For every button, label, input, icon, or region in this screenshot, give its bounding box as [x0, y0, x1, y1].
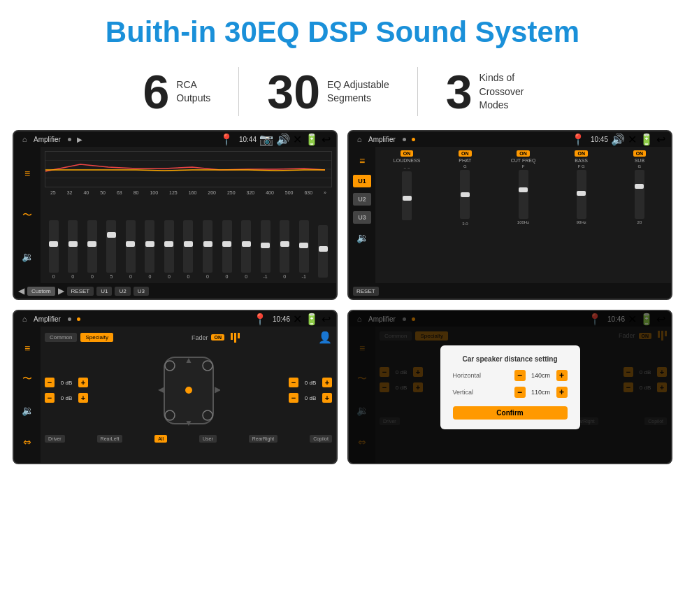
rl-minus[interactable]: − [45, 393, 55, 403]
slider-50[interactable]: 5 [103, 220, 121, 279]
next-preset-button[interactable]: ▶ [58, 286, 64, 296]
fr-minus[interactable]: − [289, 378, 298, 387]
slider-630[interactable] [314, 225, 332, 279]
slider-80[interactable]: 0 [141, 220, 159, 279]
u1-btn[interactable]: U1 [353, 175, 371, 187]
rl-db-value: 0 dB [57, 395, 76, 401]
eq-icon[interactable]: ≡ [19, 165, 36, 182]
custom-preset-button[interactable]: Custom [27, 287, 55, 296]
u3-btn[interactable]: U3 [353, 211, 371, 224]
stat-label-crossover: Kinds ofCrossover Modes [480, 71, 542, 113]
fr-plus[interactable]: + [322, 378, 332, 387]
home-icon-2[interactable]: ⌂ [354, 134, 364, 144]
svg-text:▲: ▲ [185, 355, 193, 365]
horizontal-minus-btn[interactable]: − [514, 370, 526, 381]
speaker-icon-3[interactable]: 🔉 [19, 402, 36, 419]
horizontal-plus-btn[interactable]: + [556, 370, 568, 381]
crossover-sidebar: ≡ U1 U2 U3 🔉 [349, 147, 375, 283]
slider-40[interactable]: 0 [83, 220, 101, 279]
fader-sidebar: ≡ 〜 🔉 ⇔ [14, 327, 41, 463]
home-icon[interactable]: ⌂ [20, 134, 29, 144]
status-dot-2 [403, 138, 406, 141]
crossover-time: 10:45 [591, 136, 608, 143]
freq-320: 320 [247, 190, 255, 195]
rl-plus[interactable]: + [78, 393, 88, 403]
slider-25[interactable]: 0 [45, 220, 63, 279]
x-icon-2: ✕ [628, 133, 637, 146]
slider-63[interactable]: 0 [122, 220, 140, 279]
cutfreq-on[interactable]: ON [517, 150, 530, 157]
camera-icon: 📷 [259, 133, 273, 146]
driver-btn[interactable]: Driver [45, 435, 65, 443]
u2-btn[interactable]: U2 [353, 193, 371, 206]
arrows-icon-3[interactable]: ⇔ [19, 434, 36, 450]
slider-160[interactable]: 0 [199, 220, 217, 279]
specialty-tab[interactable]: Specialty [80, 333, 113, 342]
freq-63: 63 [117, 190, 122, 195]
rearright-btn[interactable]: RearRight [249, 435, 278, 443]
back-icon[interactable]: ↩ [322, 133, 331, 146]
db-control-rl: − 0 dB + [45, 393, 88, 403]
eq-icon-3[interactable]: ≡ [19, 340, 36, 357]
rr-plus[interactable]: + [322, 393, 332, 403]
reset-button[interactable]: RESET [67, 287, 94, 296]
freq-250: 250 [227, 190, 236, 195]
freq-more[interactable]: » [324, 190, 326, 195]
vertical-label: Vertical [453, 389, 474, 396]
bass-on[interactable]: ON [575, 150, 588, 157]
slider-100[interactable]: 0 [160, 220, 178, 279]
slider-320[interactable]: -1 [257, 220, 275, 279]
loudness-on[interactable]: ON [401, 150, 414, 157]
rr-minus[interactable]: − [289, 393, 298, 403]
back-icon-2[interactable]: ↩ [656, 133, 665, 146]
copilot-btn[interactable]: Copilot [310, 435, 332, 443]
rearleft-btn[interactable]: RearLeft [97, 435, 123, 443]
dialog-screen-card: ⌂ Amplifier 📍 10:46 ✕ 🔋 ↩ ≡ 〜 🔉 ⇔ Co [347, 310, 672, 464]
freq-80: 80 [134, 190, 139, 195]
common-tab[interactable]: Common [45, 333, 77, 342]
phat-on[interactable]: ON [459, 150, 472, 157]
slider-250[interactable]: 0 [237, 220, 255, 279]
u3-button[interactable]: U3 [134, 287, 149, 296]
eq-frequencies: 25 32 40 50 63 80 100 125 160 200 250 32… [45, 190, 332, 195]
wave-icon[interactable]: 〜 [19, 207, 36, 224]
wave-icon-3[interactable]: 〜 [19, 371, 36, 387]
all-btn[interactable]: All [154, 435, 167, 443]
cutfreq-slider[interactable] [519, 170, 528, 219]
location-icon: 📍 [219, 133, 233, 146]
svg-point-4 [185, 387, 192, 394]
crossover-reset-button[interactable]: RESET [353, 287, 379, 296]
u1-button[interactable]: U1 [96, 287, 112, 296]
speaker-icon-2[interactable]: 🔉 [354, 229, 370, 246]
phat-label: PHAT [459, 158, 471, 163]
fl-plus[interactable]: + [78, 378, 88, 387]
slider-400[interactable]: 0 [275, 220, 294, 279]
u2-button[interactable]: U2 [115, 287, 130, 296]
home-icon-3[interactable]: ⌂ [20, 314, 29, 324]
eq-icon-2[interactable]: ≡ [354, 152, 370, 169]
fader-time: 10:46 [273, 315, 290, 323]
back-icon-3[interactable]: ↩ [322, 313, 331, 326]
loudness-slider[interactable] [402, 171, 412, 220]
vertical-plus-btn[interactable]: + [556, 387, 568, 398]
slider-32[interactable]: 0 [64, 220, 82, 279]
bass-slider[interactable] [577, 170, 586, 219]
vertical-minus-btn[interactable]: − [514, 387, 526, 398]
user-btn[interactable]: User [199, 435, 217, 443]
vertical-value: 110cm [528, 389, 554, 396]
sub-on[interactable]: ON [633, 150, 647, 157]
play-icon: ▶ [77, 136, 82, 143]
sub-slider[interactable] [635, 170, 644, 219]
slider-200[interactable]: 0 [218, 220, 236, 279]
fader-bars [231, 333, 240, 343]
speaker-icon[interactable]: 🔉 [19, 248, 36, 265]
prev-preset-button[interactable]: ◀ [18, 286, 24, 296]
slider-125[interactable]: 0 [180, 220, 198, 279]
phat-slider[interactable] [460, 170, 470, 219]
crossover-main: ON LOUDNESS ~ ~ ON PHAT G [375, 147, 671, 283]
fader-on-toggle[interactable]: ON [211, 334, 224, 341]
slider-500[interactable]: -1 [295, 220, 313, 279]
fl-minus[interactable]: − [45, 378, 55, 387]
sub-col: ON SUB G 20 [612, 150, 668, 280]
confirm-button[interactable]: Confirm [453, 406, 568, 420]
